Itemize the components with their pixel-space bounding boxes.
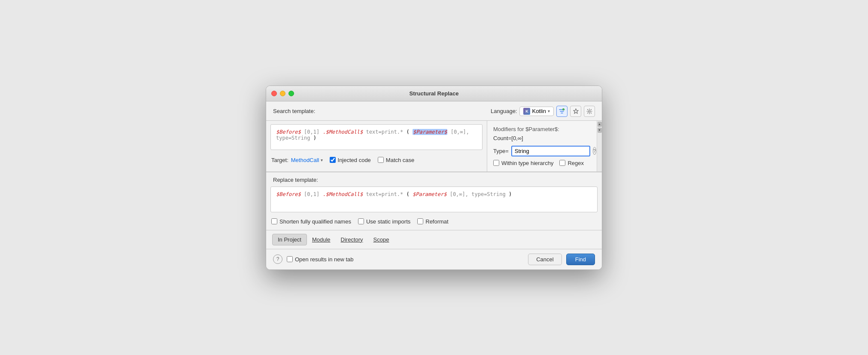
modifiers-title: Modifiers for $Parameter$: [493,126,591,132]
footer: ? Open results in new tab Cancel Find [266,249,602,269]
shorten-names-text: Shorten fully qualified names [279,218,351,225]
search-code-area[interactable]: $Before$ [0,1] .$MethodCall$ text=print.… [270,124,483,150]
target-dropdown-arrow: ▾ [321,158,323,162]
method-token: .$MethodCall$ [322,129,363,135]
replace-options-row: Shorten fully qualified names Use static… [266,214,602,230]
match-case-label: Match case [386,157,414,163]
within-type-hierarchy-checkbox[interactable] [493,160,499,166]
find-button[interactable]: Find [566,254,595,265]
language-selector-row: Language: K Kotlin ▾ [491,106,595,117]
footer-help-button[interactable]: ? [273,254,282,264]
structural-replace-dialog: Structural Replace Search template: Lang… [266,86,602,270]
language-label: Language: [491,108,517,114]
range1-token: [0,1] [304,129,322,135]
type-row: Type= ? [493,146,591,156]
open-results-label[interactable]: Open results in new tab [287,256,354,263]
type-label: Type= [493,148,509,154]
shorten-names-checkbox[interactable] [271,218,277,224]
language-dropdown[interactable]: K Kotlin ▾ [519,107,554,116]
hierarchy-row: Within type hierarchy Regex [493,160,591,166]
target-row: Target: MethodCall ▾ [271,157,323,163]
reformat-label[interactable]: Reformat [417,218,448,225]
param-highlighted-token: $Parameter$ [413,129,447,135]
settings-button[interactable] [584,106,595,117]
pin-button[interactable] [570,106,581,117]
open-results-text: Open results in new tab [295,256,354,263]
type-input[interactable] [511,146,590,156]
language-value: Kotlin [532,108,546,114]
match-case-checkbox[interactable] [378,157,384,163]
right-scrollbar: ▲ ▼ [597,121,602,171]
type-help-icon[interactable]: ? [593,147,596,155]
scroll-up-button[interactable]: ▲ [598,122,602,127]
injected-code-checkbox[interactable] [330,157,336,163]
maximize-window-button[interactable] [288,91,294,96]
static-imports-checkbox[interactable] [358,218,364,224]
before-token: $Before$ [276,129,301,135]
window-title: Structural Replace [410,90,459,97]
static-imports-text: Use static imports [366,218,410,225]
header-row: Search template: Language: K Kotlin ▾ [266,101,602,120]
replace-code-area[interactable]: $Before$ [0,1] .$MethodCall$ text=print.… [270,187,598,212]
title-bar: Structural Replace [266,86,602,101]
replace-text-filter-token: text=print.* [366,191,407,197]
scope-tab-directory[interactable]: Directory [336,234,368,245]
search-template-label: Search template: [273,108,315,114]
text-filter-token: text=print.* [366,129,404,135]
replace-range1-token: [0,1] [304,191,322,197]
regex-checkbox-label[interactable]: Regex [559,160,584,166]
reformat-checkbox[interactable] [417,218,423,224]
replace-param-token: $Parameter$ [413,191,446,197]
search-left-col: $Before$ [0,1] .$MethodCall$ text=print.… [266,121,487,171]
language-dropdown-arrow: ▾ [548,109,550,113]
scope-tab-scope[interactable]: Scope [368,234,395,245]
replace-range2-token: [0,∞], type=String [450,191,509,197]
static-imports-label[interactable]: Use static imports [358,218,410,225]
replace-method-token: .$MethodCall$ [322,191,363,197]
injected-code-checkbox-label[interactable]: Injected code [330,157,371,163]
filter-button[interactable] [556,106,568,117]
shorten-names-label[interactable]: Shorten fully qualified names [271,218,351,225]
reformat-text: Reformat [425,218,448,225]
search-options-row: Target: MethodCall ▾ Injected code Match… [266,153,487,168]
target-dropdown[interactable]: MethodCall ▾ [291,157,323,163]
modifiers-count: Count=[0,∞] [493,135,591,141]
kotlin-icon: K [523,108,530,115]
traffic-lights [271,91,294,96]
regex-text: Regex [568,160,584,166]
target-label: Target: [271,157,288,163]
footer-left: ? Open results in new tab [273,254,354,264]
close-window-button[interactable] [271,91,277,96]
within-type-hierarchy-text: Within type hierarchy [501,160,553,166]
within-type-hierarchy-label[interactable]: Within type hierarchy [493,160,553,166]
replace-before-token: $Before$ [276,191,301,197]
minimize-window-button[interactable] [280,91,285,96]
scope-tab-module[interactable]: Module [307,234,336,245]
cancel-button[interactable]: Cancel [528,254,561,265]
svg-point-0 [589,110,590,112]
open-results-checkbox[interactable] [287,256,293,262]
scope-tabs-bar: In ProjectModuleDirectoryScope [266,230,602,249]
target-value: MethodCall [291,157,319,163]
footer-right: Cancel Find [528,254,595,265]
scope-tab-in-project[interactable]: In Project [272,234,307,245]
replace-template-label: Replace template: [266,172,602,185]
modifiers-panel: Modifiers for $Parameter$: Count=[0,∞] T… [487,121,597,171]
search-pane: $Before$ [0,1] .$MethodCall$ text=print.… [266,120,602,172]
scroll-down-button[interactable]: ▼ [598,128,602,133]
match-case-checkbox-label[interactable]: Match case [378,157,414,163]
injected-code-label: Injected code [338,157,371,163]
regex-checkbox[interactable] [559,160,565,166]
